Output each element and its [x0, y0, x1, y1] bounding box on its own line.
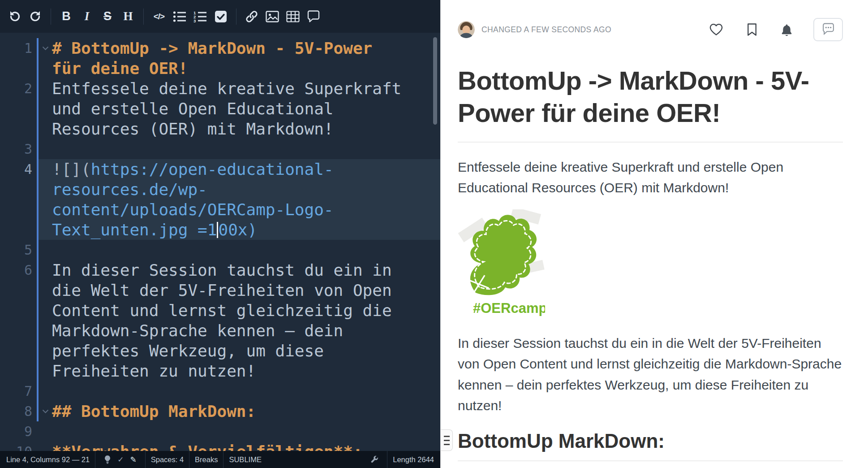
toolbar-separator	[143, 9, 144, 25]
fold-gutter	[39, 381, 52, 401]
code-segment: ## BottomUp MarkDown:	[52, 402, 256, 420]
pencil-icon[interactable]: ✎	[130, 455, 136, 464]
editor-line-10[interactable]: 10**Verwahren & Vervielfältigen**:	[0, 442, 440, 451]
editor-toolbar: BISH</>123	[0, 0, 440, 33]
comment-button[interactable]	[813, 18, 843, 41]
cursor-position-label: Line 4, Columns 92 — 21	[6, 455, 90, 464]
editor-body[interactable]: 1# BottomUp -> MarkDown - 5V-Power für d…	[0, 33, 440, 451]
line-content[interactable]: Entfessele deine kreative Superkraft und…	[52, 78, 406, 139]
author-avatar[interactable]	[458, 21, 475, 38]
editor-pane: BISH</>123 1# BottomUp -> MarkDown - 5V-…	[0, 0, 440, 468]
fold-gutter	[39, 159, 52, 179]
image-icon[interactable]	[262, 6, 283, 27]
editor-lines: 1# BottomUp -> MarkDown - 5V-Power für d…	[0, 38, 440, 451]
wrench-icon[interactable]	[370, 455, 378, 464]
line-number: 2	[6, 78, 32, 139]
statusbar-separator	[145, 451, 146, 468]
fold-gutter	[39, 421, 52, 442]
line-number: 3	[6, 139, 32, 159]
code-segment: resources.de/wp-	[52, 180, 207, 199]
code-segment: # BottomUp -> MarkDown - 5V-Power für de…	[52, 39, 382, 78]
line-content[interactable]	[52, 240, 406, 260]
note-info-bar: CHANGED A FEW SECONDS AGO	[458, 0, 843, 41]
heading-icon[interactable]: H	[118, 6, 138, 27]
code-segment: In dieser Session tauchst du ein in die …	[52, 261, 401, 380]
note-actions	[686, 18, 843, 41]
breaks-indicator[interactable]: Breaks	[195, 455, 218, 464]
editor-statusbar: Line 4, Columns 92 — 21 ✓ ✎ Spaces: 4 Br…	[0, 451, 440, 468]
line-content[interactable]: ## BottomUp MarkDown:	[52, 401, 406, 421]
redo-icon[interactable]	[25, 6, 46, 27]
editor-line-7[interactable]: 7	[0, 381, 440, 401]
spaces-indicator[interactable]: Spaces: 4	[151, 455, 184, 464]
line-content[interactable]	[52, 381, 406, 401]
numbered-list-icon[interactable]: 123	[190, 6, 211, 27]
line-number: 4	[6, 159, 32, 240]
editor-line-8[interactable]: 8## BottomUp MarkDown:	[0, 401, 440, 421]
checklist-icon[interactable]	[211, 6, 231, 27]
code-icon[interactable]: </>	[149, 6, 169, 27]
code-segment: 00x)	[218, 221, 257, 239]
fold-gutter	[39, 260, 52, 280]
line-number: 1	[6, 38, 32, 78]
undo-icon[interactable]	[4, 6, 25, 27]
note-title: BottomUp -> MarkDown - 5V-Power für dein…	[458, 65, 843, 143]
statusbar-separator	[189, 451, 189, 468]
editor-line-5[interactable]: 5	[0, 240, 440, 260]
lightbulb-icon[interactable]	[104, 455, 111, 464]
note-paragraph-1: Entfessele deine kreative Superkraft und…	[458, 157, 843, 199]
table-icon[interactable]	[283, 6, 303, 27]
keymap-indicator[interactable]: SUBLIME	[229, 455, 261, 464]
like-heart-icon[interactable]	[709, 23, 723, 36]
line-number: 5	[6, 240, 32, 260]
link-icon[interactable]	[241, 6, 262, 27]
spellcheck-check-icon[interactable]: ✓	[117, 455, 124, 464]
code-segment: **Verwahren & Vervielfältigen**:	[52, 442, 363, 451]
length-indicator: Length 2644	[393, 455, 434, 464]
code-segment: ![](	[52, 160, 91, 178]
comment-dots-icon	[822, 23, 835, 37]
editor-scrollbar[interactable]	[433, 37, 437, 125]
statusbar-separator	[387, 451, 387, 468]
preview-content: CHANGED A FEW SECONDS AGO BottomUp -> Ma…	[441, 0, 868, 461]
oercamp-wordmark: #OERcamp	[473, 300, 545, 316]
editor-line-9[interactable]: 9	[0, 421, 440, 442]
editor-line-2[interactable]: 2Entfessele deine kreative Superkraft un…	[0, 78, 440, 139]
line-content[interactable]	[52, 421, 406, 442]
editor-line-3[interactable]: 3	[0, 139, 440, 159]
fold-arrow-icon[interactable]	[39, 38, 52, 58]
comment-icon[interactable]	[303, 6, 324, 27]
note-paragraph-2: In dieser Session tauchst du ein in die …	[458, 333, 843, 416]
line-content[interactable]: In dieser Session tauchst du ein in die …	[52, 260, 406, 381]
line-content[interactable]: ![](https://open-educational-resources.d…	[52, 159, 406, 240]
line-number: 9	[6, 421, 32, 442]
bullet-list-icon[interactable]	[169, 6, 190, 27]
statusbar-separator	[95, 451, 95, 468]
toc-toggle-handle[interactable]	[441, 429, 453, 451]
strikethrough-icon[interactable]: S	[97, 6, 118, 27]
fold-gutter	[39, 240, 52, 260]
line-number: 6	[6, 260, 32, 381]
fold-gutter	[39, 139, 52, 159]
toolbar-separator	[51, 9, 51, 25]
line-content[interactable]: **Verwahren & Vervielfältigen**:	[52, 442, 406, 451]
code-segment: Text_unten.jpg =1	[52, 221, 217, 239]
line-content[interactable]	[52, 139, 406, 159]
editor-line-4[interactable]: 4![](https://open-educational-resources.…	[0, 159, 440, 240]
bookmark-icon[interactable]	[747, 23, 757, 36]
notification-bell-icon[interactable]	[781, 23, 793, 36]
line-number: 7	[6, 381, 32, 401]
italic-icon[interactable]: I	[77, 6, 97, 27]
editor-line-1[interactable]: 1# BottomUp -> MarkDown - 5V-Power für d…	[0, 38, 440, 78]
line-content[interactable]: # BottomUp -> MarkDown - 5V-Power für de…	[52, 38, 406, 78]
line-number: 8	[6, 401, 32, 421]
fold-arrow-icon[interactable]	[39, 401, 52, 421]
toolbar-separator	[236, 9, 236, 25]
editor-line-6[interactable]: 6In dieser Session tauchst du ein in die…	[0, 260, 440, 381]
code-segment: content/uploads/OERCamp-Logo-	[52, 200, 334, 219]
bold-icon[interactable]: B	[56, 6, 77, 27]
preview-pane: CHANGED A FEW SECONDS AGO BottomUp -> Ma…	[440, 0, 868, 468]
statusbar-separator	[223, 451, 223, 468]
code-segment: Entfessele deine kreative Superkraft und…	[52, 79, 411, 138]
line-number: 10	[6, 442, 32, 451]
